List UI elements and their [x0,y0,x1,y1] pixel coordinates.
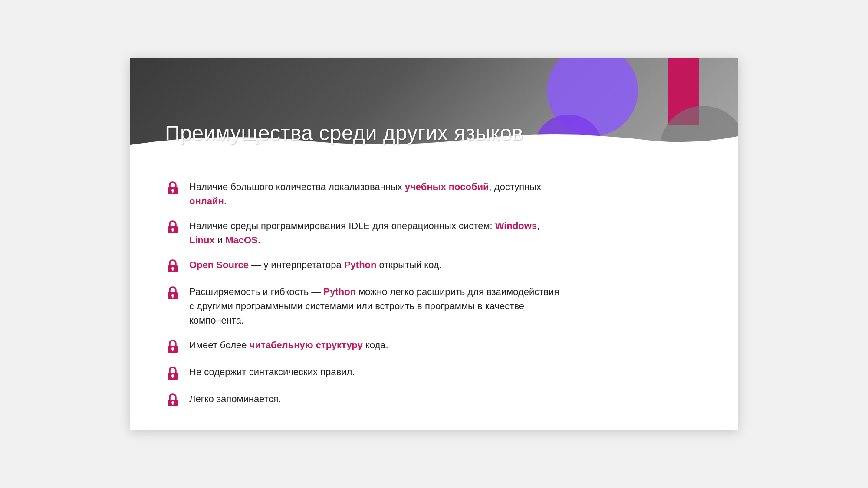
bullet-item-3: Open Source — у интерпретатора Python от… [165,258,703,274]
slide-header: Преимущества среди других языков [130,58,738,158]
svg-rect-14 [172,349,174,351]
slide: Преимущества среди других языков Наличие… [130,58,738,430]
bullet-text-7: Легко запоминается. [189,392,281,406]
bullet-text-3: Open Source — у интерпретатора Python от… [189,258,442,272]
svg-rect-20 [172,403,174,405]
svg-rect-17 [172,376,174,378]
slide-title: Преимущества среди других языков [165,121,523,145]
lock-icon-4 [165,285,181,301]
bullet-list: Наличие большого количества локализованн… [165,180,703,408]
bullet-item-6: Не содержит синтаксических правил. [165,365,703,381]
bullet-text-5: Имеет более читабельную структуру кода. [189,338,388,352]
lock-icon-7 [165,393,181,408]
bullet-item-5: Имеет более читабельную структуру кода. [165,338,703,354]
lock-icon-1 [165,180,181,196]
svg-rect-8 [172,269,174,271]
slide-content: Наличие большого количества локализованн… [130,158,738,430]
bullet-text-6: Не содержит синтаксических правил. [189,365,355,379]
bullet-item-2: Наличие среды программирования IDLE для … [165,219,703,247]
bullet-item-1: Наличие большого количества локализованн… [165,180,703,208]
lock-icon-3 [165,259,181,274]
lock-icon-6 [165,366,181,381]
lock-icon-5 [165,339,181,354]
bullet-text-1: Наличие большого количества локализованн… [189,180,541,208]
svg-rect-11 [172,295,174,298]
bullet-text-2: Наличие среды программирования IDLE для … [189,219,539,247]
svg-rect-5 [172,229,174,232]
bullet-text-4: Расширяемость и гибкость — Python можно … [189,285,559,328]
bullet-item-4: Расширяемость и гибкость — Python можно … [165,285,703,328]
bullet-item-7: Легко запоминается. [165,392,703,408]
lock-icon-2 [165,219,181,235]
svg-rect-2 [172,190,174,193]
